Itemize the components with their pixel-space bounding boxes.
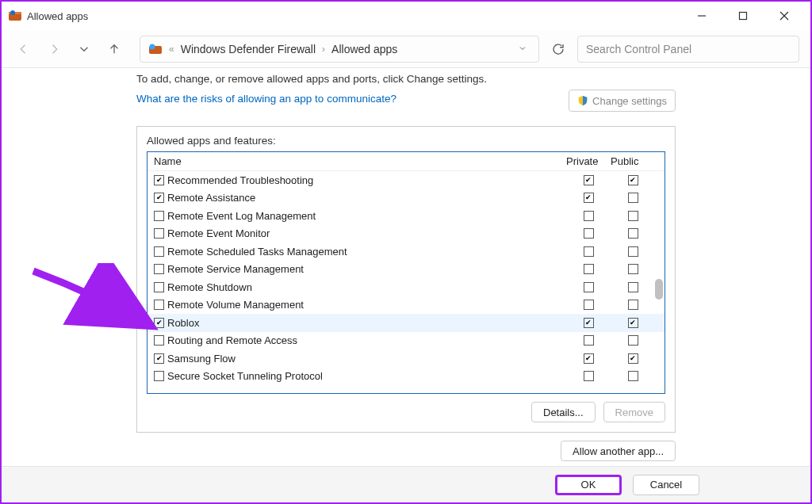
chevron-down-icon[interactable]	[515, 43, 530, 55]
row-name: Secure Socket Tunneling Protocol	[167, 370, 323, 382]
row-name: Recommended Troubleshooting	[167, 174, 313, 186]
details-button[interactable]: Details...	[531, 402, 596, 422]
row-private-checkbox[interactable]	[584, 371, 594, 381]
apps-listbox[interactable]: Name Private Public Recommended Troubles…	[147, 151, 665, 394]
row-name: Routing and Remote Access	[167, 334, 297, 346]
row-enabled-checkbox[interactable]	[154, 193, 164, 203]
breadcrumb-root[interactable]: Windows Defender Firewall	[181, 43, 316, 55]
address-bar[interactable]: « Windows Defender Firewall › Allowed ap…	[140, 36, 539, 63]
row-enabled-checkbox[interactable]	[154, 282, 164, 292]
close-button[interactable]	[772, 6, 796, 25]
column-private[interactable]: Private	[566, 155, 611, 167]
row-public-checkbox[interactable]	[628, 371, 638, 381]
row-enabled-checkbox[interactable]	[154, 211, 164, 221]
search-placeholder: Search Control Panel	[586, 43, 691, 55]
row-name: Remote Service Management	[167, 263, 304, 275]
allow-another-app-button[interactable]: Allow another app...	[561, 441, 676, 461]
search-input[interactable]: Search Control Panel	[577, 36, 799, 63]
row-public-checkbox[interactable]	[628, 211, 638, 221]
row-name: Samsung Flow	[167, 353, 236, 365]
svg-rect-4	[740, 13, 747, 20]
history-dropdown[interactable]	[73, 38, 95, 60]
row-private-checkbox[interactable]	[584, 264, 594, 274]
row-enabled-checkbox[interactable]	[154, 335, 164, 346]
column-name[interactable]: Name	[154, 155, 566, 167]
row-name: Remote Scheduled Tasks Management	[167, 246, 347, 258]
table-row[interactable]: Remote Event Monitor	[147, 225, 665, 243]
row-private-checkbox[interactable]	[584, 175, 594, 185]
remove-button: Remove	[603, 402, 665, 422]
table-row[interactable]: Routing and Remote Access	[147, 332, 665, 350]
row-private-checkbox[interactable]	[584, 335, 594, 346]
row-enabled-checkbox[interactable]	[154, 353, 164, 364]
row-private-checkbox[interactable]	[584, 246, 594, 257]
table-row[interactable]: Secure Socket Tunneling Protocol	[147, 368, 665, 386]
row-private-checkbox[interactable]	[584, 193, 594, 203]
row-public-checkbox[interactable]	[628, 282, 638, 292]
row-public-checkbox[interactable]	[628, 175, 638, 185]
table-row[interactable]: Roblox	[147, 314, 665, 332]
risk-link[interactable]: What are the risks of allowing an app to…	[136, 93, 396, 105]
table-row[interactable]: Remote Event Log Management	[147, 207, 665, 225]
row-private-checkbox[interactable]	[584, 282, 594, 292]
row-public-checkbox[interactable]	[628, 228, 638, 239]
table-row[interactable]: Remote Service Management	[147, 261, 665, 279]
table-row[interactable]: Recommended Troubleshooting	[147, 171, 665, 189]
shield-icon	[577, 95, 588, 106]
row-public-checkbox[interactable]	[628, 264, 638, 274]
row-name: Remote Volume Management	[167, 299, 304, 311]
ok-button[interactable]: OK	[555, 475, 622, 495]
row-name: Remote Assistance	[167, 192, 255, 204]
table-row[interactable]: Remote Shutdown	[147, 278, 665, 296]
row-public-checkbox[interactable]	[628, 318, 638, 328]
table-row[interactable]: Samsung Flow	[147, 349, 665, 368]
maximize-button[interactable]	[731, 6, 755, 25]
firewall-icon	[148, 43, 163, 55]
change-settings-label: Change settings	[592, 95, 667, 107]
window-title: Allowed apps	[27, 10, 88, 22]
table-row[interactable]: Remote Scheduled Tasks Management	[147, 242, 665, 261]
row-enabled-checkbox[interactable]	[154, 318, 164, 328]
breadcrumb-overflow: «	[169, 44, 174, 55]
breadcrumb-leaf[interactable]: Allowed apps	[331, 43, 397, 55]
back-button[interactable]	[13, 38, 35, 60]
row-enabled-checkbox[interactable]	[154, 175, 164, 185]
row-private-checkbox[interactable]	[584, 228, 594, 239]
row-public-checkbox[interactable]	[628, 353, 638, 364]
row-name: Roblox	[167, 317, 199, 329]
minimize-button[interactable]	[690, 6, 714, 25]
row-private-checkbox[interactable]	[584, 318, 594, 328]
row-enabled-checkbox[interactable]	[154, 300, 164, 310]
row-name: Remote Event Log Management	[167, 210, 316, 222]
change-settings-button[interactable]: Change settings	[569, 90, 676, 112]
table-row[interactable]: Remote Assistance	[147, 189, 665, 208]
row-public-checkbox[interactable]	[628, 193, 638, 203]
row-name: Remote Event Monitor	[167, 227, 270, 239]
forward-button[interactable]	[43, 38, 65, 60]
cancel-button[interactable]: Cancel	[633, 475, 699, 495]
row-enabled-checkbox[interactable]	[154, 228, 164, 239]
row-private-checkbox[interactable]	[584, 211, 594, 221]
row-name: Remote Shutdown	[167, 281, 252, 293]
column-public[interactable]: Public	[611, 155, 655, 167]
row-public-checkbox[interactable]	[628, 300, 638, 310]
scrollbar-thumb[interactable]	[655, 279, 663, 300]
row-public-checkbox[interactable]	[628, 335, 638, 346]
row-enabled-checkbox[interactable]	[154, 371, 164, 381]
row-enabled-checkbox[interactable]	[154, 246, 164, 257]
description-text: To add, change, or remove allowed apps a…	[136, 73, 676, 85]
table-row[interactable]: Remote Volume Management	[147, 296, 665, 315]
up-button[interactable]	[103, 38, 125, 60]
row-private-checkbox[interactable]	[584, 353, 594, 364]
row-enabled-checkbox[interactable]	[154, 264, 164, 274]
panel-label: Allowed apps and features:	[147, 135, 665, 147]
refresh-button[interactable]	[546, 36, 571, 62]
row-private-checkbox[interactable]	[584, 300, 594, 310]
shield-firewall-icon	[8, 10, 22, 22]
chevron-right-icon: ›	[322, 44, 325, 55]
svg-point-8	[150, 44, 155, 49]
row-public-checkbox[interactable]	[628, 246, 638, 257]
